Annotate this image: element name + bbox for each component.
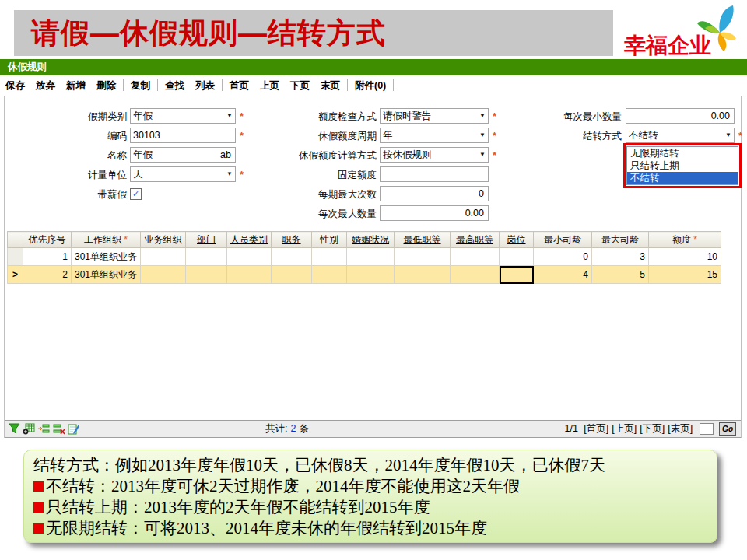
pagination-links: [首页][上页][下页][末页] — [580, 423, 693, 434]
dropdown-option[interactable]: 无限期结转 — [627, 147, 738, 159]
chevron-down-icon[interactable]: ▼ — [479, 132, 486, 138]
toolbar-button[interactable]: 删除 — [96, 75, 116, 96]
delete-row-icon[interactable] — [52, 422, 65, 436]
chevron-down-icon[interactable]: ▼ — [479, 113, 486, 119]
column-header[interactable]: 最低职等 — [395, 232, 451, 248]
dropdown-option[interactable]: 只结转上期 — [627, 159, 738, 172]
filter-icon[interactable] — [8, 422, 21, 436]
toolbar-button[interactable]: 列表 — [195, 75, 215, 96]
insert-row-icon[interactable] — [37, 422, 51, 436]
slide-title-bar: 请假—休假规则—结转方式 — [14, 10, 613, 56]
column-header[interactable]: 部门 — [186, 232, 227, 248]
column-header: 最小司龄 — [534, 232, 592, 248]
table-row[interactable]: >2301单组织业务4515 — [8, 266, 721, 284]
unit-select[interactable]: 天▼ — [130, 166, 236, 182]
table-cell[interactable] — [451, 248, 500, 266]
logo-text: 幸福企业 — [624, 31, 711, 61]
table-cell[interactable] — [272, 266, 312, 284]
table-cell[interactable] — [451, 266, 500, 284]
table-cell[interactable]: 2 — [23, 266, 72, 284]
pagination-link[interactable]: [上页] — [612, 423, 637, 434]
go-button[interactable]: Go — [719, 422, 736, 436]
main-panel: 假期类别年假▼*编码30103*名称年假ab计量单位天▼*带薪假✓额度检查方式请… — [4, 96, 742, 438]
code-input[interactable]: 30103 — [130, 128, 236, 143]
table-cell[interactable] — [347, 248, 395, 266]
row-selector-cell[interactable]: > — [8, 266, 23, 284]
required-asterisk: * — [240, 110, 244, 122]
toolbar-button[interactable]: 保存 — [5, 75, 25, 96]
row-selector-cell[interactable] — [8, 248, 23, 266]
holiday-type-select[interactable]: 年假▼ — [130, 108, 236, 124]
table-cell[interactable] — [186, 248, 227, 266]
table-cell[interactable] — [186, 266, 227, 284]
toolbar-button[interactable]: 查找 — [165, 75, 184, 96]
table-cell[interactable] — [500, 248, 534, 266]
add-row-icon[interactable] — [23, 422, 36, 436]
carryover-method-select[interactable]: 不结转▼ — [626, 128, 735, 143]
toolbar-separator — [222, 79, 223, 91]
chevron-down-icon[interactable]: ▼ — [479, 152, 486, 158]
toolbar-button[interactable]: 复制 — [131, 75, 150, 96]
column-header[interactable]: 岗位 — [500, 232, 534, 248]
min-qty-per-time-input[interactable]: 0.00 — [626, 108, 735, 124]
table-cell[interactable] — [500, 266, 534, 284]
table-cell[interactable]: 3 — [592, 248, 649, 266]
table-cell[interactable] — [141, 248, 186, 266]
quota-calc-method-select-value: 按休假规则 — [383, 149, 432, 160]
table-cell[interactable]: 4 — [534, 266, 592, 284]
pagination-link[interactable]: [下页] — [640, 423, 665, 434]
holiday-type-select-value: 年假 — [133, 110, 153, 121]
toolbar-button[interactable]: 末页 — [321, 75, 340, 96]
column-header[interactable]: 婚姻状况 — [347, 232, 395, 248]
required-asterisk: * — [691, 234, 697, 245]
paid-leave-checkbox[interactable]: ✓ — [130, 188, 142, 200]
toolbar-button[interactable]: 首页 — [230, 75, 249, 96]
quota-period-select[interactable]: 年▼ — [380, 128, 489, 143]
table-cell[interactable]: 15 — [649, 266, 721, 284]
toolbar-button[interactable]: 附件(0) — [355, 75, 386, 96]
page-title: 请假—休假规则—结转方式 — [31, 10, 386, 56]
table-cell[interactable] — [395, 248, 451, 266]
column-header[interactable]: 最高职等 — [451, 232, 500, 248]
column-header[interactable]: 人员类别 — [227, 232, 272, 248]
table-cell[interactable] — [227, 266, 272, 284]
dropdown-option[interactable]: 不结转 — [627, 172, 738, 184]
pagination-link[interactable]: [首页] — [584, 423, 608, 434]
table-cell[interactable] — [312, 248, 347, 266]
holiday-type-select-label[interactable]: 假期类别 — [12, 110, 127, 124]
toolbar-separator — [123, 79, 124, 91]
pagination-link[interactable]: [末页] — [668, 423, 693, 434]
table-cell[interactable] — [347, 266, 395, 284]
fixed-quota-input[interactable] — [380, 166, 489, 182]
page-number-input[interactable] — [700, 423, 714, 435]
fixed-quota-input-label: 固定额度 — [261, 169, 377, 182]
module-title: 休假规则 — [8, 59, 47, 75]
toolbar-button[interactable]: 放弃 — [36, 75, 55, 96]
table-cell[interactable]: 1 — [23, 248, 72, 266]
max-qty-per-time-input[interactable]: 0.00 — [380, 205, 489, 221]
table-cell[interactable] — [141, 266, 186, 284]
table-cell[interactable]: 0 — [534, 248, 592, 266]
toolbar-button[interactable]: 上页 — [260, 75, 279, 96]
toolbar-button[interactable]: 下页 — [290, 75, 310, 96]
quota-calc-method-select[interactable]: 按休假规则▼ — [380, 147, 489, 163]
table-cell[interactable] — [312, 266, 347, 284]
table-cell[interactable] — [227, 248, 272, 266]
name-input[interactable]: 年假ab — [130, 147, 236, 163]
quota-check-method-select[interactable]: 请假时警告▼ — [380, 108, 489, 124]
chevron-down-icon[interactable]: ▼ — [226, 171, 233, 177]
table-cell[interactable]: 301单组织业务 — [72, 266, 141, 284]
chevron-down-icon[interactable]: ▼ — [725, 132, 731, 138]
table-cell[interactable] — [272, 248, 312, 266]
table-cell[interactable]: 301单组织业务 — [72, 248, 141, 266]
table-cell[interactable]: 5 — [592, 266, 649, 284]
chevron-down-icon[interactable]: ▼ — [226, 113, 233, 119]
table-cell[interactable] — [395, 266, 451, 284]
edit-copy-icon[interactable] — [67, 422, 80, 436]
grid-tool-icons — [8, 422, 82, 436]
table-cell[interactable]: 10 — [649, 248, 721, 266]
toolbar-button[interactable]: 新增 — [66, 75, 86, 96]
max-times-per-period-input[interactable]: 0 — [380, 186, 489, 201]
table-row[interactable]: 1301单组织业务0310 — [8, 248, 721, 266]
column-header[interactable]: 职务 — [272, 232, 312, 248]
